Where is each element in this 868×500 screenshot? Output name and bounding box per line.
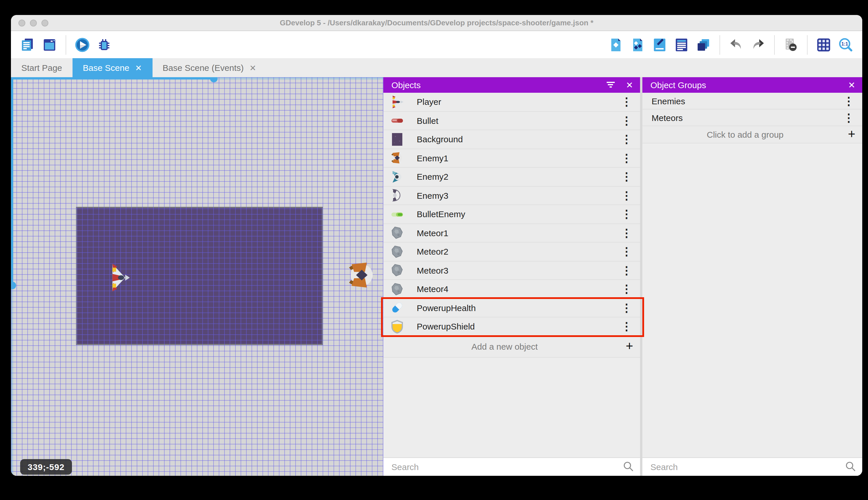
- cursor-coordinates-badge: 339;-592: [20, 459, 72, 475]
- object-menu-icon[interactable]: ⋮: [620, 134, 633, 145]
- plus-icon[interactable]: +: [848, 128, 862, 141]
- group-menu-icon[interactable]: ⋮: [842, 112, 855, 123]
- grid-icon[interactable]: [815, 36, 832, 53]
- object-row[interactable]: Enemy1 ⋮: [383, 149, 640, 168]
- plus-icon[interactable]: +: [626, 340, 640, 353]
- search-icon: [623, 461, 634, 472]
- object-label: Background: [417, 135, 620, 144]
- undo-icon[interactable]: [728, 36, 745, 53]
- objects-panel: Objects ✕ Player ⋮ Bullet ⋮: [383, 77, 640, 476]
- horizontal-scrollbar-thumb[interactable]: [11, 77, 214, 79]
- group-label: Enemies: [652, 96, 842, 106]
- play-icon[interactable]: [74, 36, 91, 53]
- object-menu-icon[interactable]: ⋮: [620, 321, 633, 332]
- enemy-ship-sprite[interactable]: [347, 260, 377, 290]
- object-menu-icon[interactable]: ⋮: [620, 265, 633, 276]
- close-tab-icon[interactable]: ✕: [249, 64, 256, 72]
- close-panel-icon[interactable]: ✕: [626, 80, 633, 90]
- meteor-icon: [390, 245, 404, 259]
- svg-text:1:1: 1:1: [841, 41, 848, 46]
- object-menu-icon[interactable]: ⋮: [620, 246, 633, 257]
- object-menu-icon[interactable]: ⋮: [620, 190, 633, 201]
- object-menu-icon[interactable]: ⋮: [620, 115, 633, 126]
- background-icon: [390, 133, 404, 146]
- toolbar-divider: [774, 35, 775, 55]
- object-menu-icon[interactable]: ⋮: [620, 303, 633, 314]
- toolbar-divider: [807, 35, 808, 55]
- properties-icon[interactable]: [651, 36, 668, 53]
- tab-start-page[interactable]: Start Page: [11, 58, 72, 77]
- object-groups-panel: Object Groups ✕ Enemies ⋮ Meteors ⋮ Clic…: [642, 77, 862, 476]
- object-row[interactable]: Meteor4 ⋮: [383, 280, 640, 299]
- tab-base-scene[interactable]: Base Scene ✕: [72, 58, 152, 77]
- tab-base-scene-events[interactable]: Base Scene (Events) ✕: [152, 58, 267, 77]
- main-content: 339;-592 Objects ✕ Player ⋮: [11, 77, 862, 476]
- vertical-scrollbar-track[interactable]: [11, 77, 13, 476]
- preview-window-icon[interactable]: [41, 36, 58, 53]
- object-row[interactable]: Enemy2 ⋮: [383, 168, 640, 186]
- object-label: Meteor3: [417, 265, 620, 275]
- object-row[interactable]: Meteor2 ⋮: [383, 242, 640, 261]
- object-row[interactable]: PowerupHealth ⋮: [383, 299, 640, 317]
- group-row[interactable]: Meteors ⋮: [642, 110, 862, 126]
- object-row[interactable]: Meteor3 ⋮: [383, 261, 640, 280]
- layers-icon[interactable]: [695, 36, 712, 53]
- redo-icon[interactable]: [749, 36, 767, 53]
- object-row[interactable]: BulletEnemy ⋮: [383, 205, 640, 224]
- close-tab-icon[interactable]: ✕: [135, 64, 142, 72]
- zoom-ratio-icon[interactable]: 1:1: [837, 36, 854, 53]
- close-panel-icon[interactable]: ✕: [848, 80, 855, 90]
- object-row[interactable]: Player ⋮: [383, 93, 640, 112]
- object-groups-editor-icon[interactable]: [629, 36, 646, 53]
- object-menu-icon[interactable]: ⋮: [620, 209, 633, 220]
- tab-label: Start Page: [21, 63, 62, 72]
- bullet-icon: [390, 114, 404, 128]
- add-group-row[interactable]: Click to add a group +: [642, 126, 862, 144]
- groups-search-input[interactable]: [642, 462, 862, 472]
- object-row[interactable]: Meteor1 ⋮: [383, 224, 640, 242]
- add-object-label: Add a new object: [383, 342, 626, 351]
- object-row[interactable]: Background ⋮: [383, 130, 640, 149]
- group-menu-icon[interactable]: ⋮: [842, 95, 855, 106]
- filter-icon[interactable]: [606, 81, 615, 88]
- horizontal-scrollbar-handle[interactable]: [210, 77, 218, 82]
- meteor-icon: [390, 226, 404, 240]
- panel-divider[interactable]: [640, 77, 642, 476]
- objects-search-input[interactable]: [383, 462, 640, 472]
- object-menu-icon[interactable]: ⋮: [620, 228, 633, 238]
- add-object-row[interactable]: Add a new object +: [383, 336, 640, 357]
- object-menu-icon[interactable]: ⋮: [620, 153, 633, 163]
- pill-icon: [390, 301, 404, 315]
- horizontal-scrollbar-track[interactable]: [11, 77, 383, 79]
- object-label: PowerupShield: [417, 322, 620, 331]
- object-row[interactable]: PowerupShield ⋮: [383, 317, 640, 336]
- debug-icon[interactable]: [96, 36, 113, 53]
- title-bar: GDevelop 5 - /Users/dkarakay/Documents/G…: [11, 15, 862, 31]
- mask-preview-icon[interactable]: [782, 36, 799, 53]
- group-row[interactable]: Enemies ⋮: [642, 93, 862, 110]
- desktop: GDevelop 5 - /Users/dkarakay/Documents/G…: [0, 0, 868, 500]
- object-label: Enemy3: [417, 191, 620, 201]
- objects-list: Player ⋮ Bullet ⋮ Background ⋮ E: [383, 93, 640, 336]
- objects-search-bar: [383, 457, 640, 476]
- object-menu-icon[interactable]: ⋮: [620, 284, 633, 295]
- vertical-scrollbar-thumb[interactable]: [11, 77, 13, 286]
- enemy1-icon: [390, 151, 404, 165]
- project-manager-icon[interactable]: [19, 36, 36, 53]
- tab-label: Base Scene (Events): [163, 63, 244, 72]
- object-row[interactable]: Bullet ⋮: [383, 112, 640, 130]
- instances-list-icon[interactable]: [673, 36, 690, 53]
- object-menu-icon[interactable]: ⋮: [620, 96, 633, 107]
- player-ship-sprite[interactable]: [109, 263, 131, 293]
- object-label: Player: [417, 97, 620, 107]
- object-row[interactable]: Enemy3 ⋮: [383, 186, 640, 205]
- object-menu-icon[interactable]: ⋮: [620, 171, 633, 182]
- vertical-scrollbar-handle[interactable]: [11, 282, 16, 289]
- scene-editor-canvas[interactable]: 339;-592: [11, 77, 383, 476]
- toolbar-divider: [66, 35, 66, 55]
- groups-search-bar: [642, 457, 862, 476]
- objects-editor-icon[interactable]: [607, 36, 624, 53]
- groups-list: Enemies ⋮ Meteors ⋮: [642, 93, 862, 126]
- shield-icon: [390, 320, 404, 333]
- object-label: PowerupHealth: [417, 303, 620, 313]
